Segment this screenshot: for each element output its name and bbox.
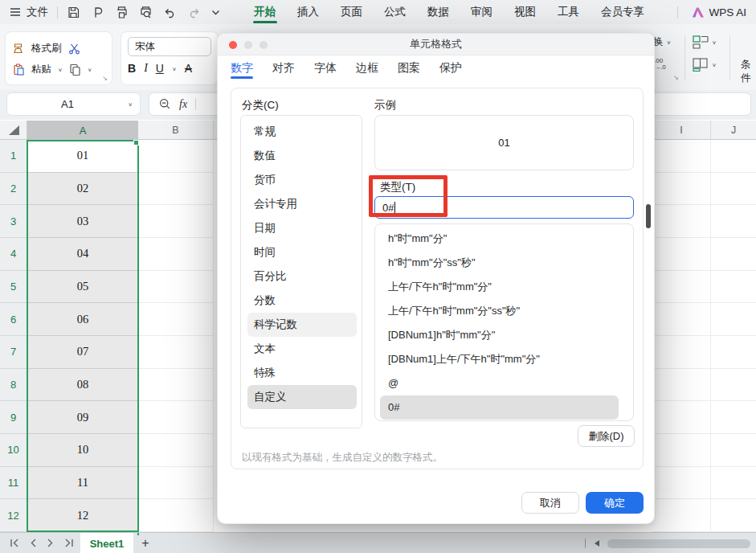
cell-column-b[interactable] <box>138 238 214 271</box>
dialog-tab[interactable]: 图案 <box>398 55 420 81</box>
cell-column-b[interactable] <box>138 303 214 336</box>
horizontal-scrollbar[interactable] <box>607 539 750 548</box>
row-header[interactable]: 11 <box>0 467 27 500</box>
category-item[interactable]: 分数 <box>247 289 357 313</box>
cut-icon[interactable] <box>68 43 80 55</box>
ok-button[interactable]: 确定 <box>586 492 644 514</box>
cell-column-b[interactable] <box>138 434 214 467</box>
row-header[interactable]: 7 <box>0 336 27 369</box>
cell-column-b[interactable] <box>138 499 214 532</box>
close-icon[interactable] <box>229 41 237 49</box>
dialog-tab[interactable]: 对齐 <box>272 55 295 81</box>
italic-button[interactable]: I <box>144 62 148 75</box>
scroll-left-icon[interactable] <box>595 540 599 547</box>
cell-column-b[interactable] <box>138 205 214 238</box>
sheet-tab-sheet1[interactable]: Sheet1 <box>80 533 133 553</box>
maximize-icon[interactable] <box>259 41 268 49</box>
format-item[interactable]: 上午/下午h"时"mm"分" <box>375 275 633 299</box>
select-all-corner[interactable] <box>0 121 27 140</box>
underline-button[interactable]: U <box>156 62 164 75</box>
merge-cells-button[interactable] <box>693 58 717 72</box>
last-sheet-icon[interactable] <box>63 539 74 547</box>
bold-button[interactable]: B <box>128 62 136 75</box>
decimal-adjust-button[interactable] <box>654 58 666 71</box>
cell-column-a[interactable]: 10 <box>27 434 138 467</box>
format-item[interactable]: 0# <box>380 395 619 420</box>
chevron-down-icon[interactable] <box>58 66 63 72</box>
cell-column-a[interactable]: 11 <box>27 467 138 500</box>
format-item[interactable]: h"时"mm"分"ss"秒" <box>375 251 633 275</box>
chevron-down-icon[interactable] <box>88 66 92 72</box>
cell-column-a[interactable]: 03 <box>27 205 138 238</box>
cell-column-a[interactable]: 01 <box>27 140 138 173</box>
category-item[interactable]: 特殊 <box>247 361 357 385</box>
menu-tab[interactable]: 审阅 <box>471 0 492 24</box>
cell-column-b[interactable] <box>138 401 214 434</box>
chevron-down-icon[interactable] <box>172 65 177 71</box>
cell-column-b[interactable] <box>138 271 214 304</box>
merge-center-button[interactable] <box>693 35 717 49</box>
format-item[interactable]: h"时"mm"分" <box>375 227 633 251</box>
print-icon[interactable] <box>115 6 129 19</box>
wps-ai-entry[interactable]: WPS AI <box>677 6 756 18</box>
cell-column-b[interactable] <box>138 467 214 500</box>
dialog-tab[interactable]: 保护 <box>439 55 462 81</box>
row-header[interactable]: 4 <box>0 238 27 271</box>
convert-button-truncated[interactable]: 换 <box>653 35 671 49</box>
export-pdf-icon[interactable] <box>91 6 104 19</box>
redo-icon[interactable] <box>187 6 201 18</box>
format-painter-button[interactable]: 格式刷 <box>31 42 62 55</box>
print-preview-icon[interactable] <box>139 6 153 19</box>
menu-tab[interactable]: 数据 <box>427 0 449 24</box>
delete-button[interactable]: 删除(D) <box>578 425 635 447</box>
column-header-j[interactable]: J <box>710 121 756 140</box>
dialog-tab[interactable]: 边框 <box>356 55 378 81</box>
menu-tab[interactable]: 公式 <box>384 0 406 24</box>
menu-tab[interactable]: 开始 <box>254 0 276 24</box>
previous-sheet-icon[interactable] <box>30 539 37 547</box>
cell-column-a[interactable]: 02 <box>27 173 138 206</box>
category-item[interactable]: 货币 <box>247 168 357 192</box>
zoom-out-icon[interactable] <box>159 98 171 110</box>
menu-tab[interactable]: 视图 <box>514 0 536 24</box>
row-header[interactable]: 3 <box>0 205 27 238</box>
save-icon[interactable] <box>67 6 80 19</box>
cell-column-b[interactable] <box>138 140 214 173</box>
menu-tab[interactable]: 插入 <box>297 0 319 24</box>
font-name-select[interactable]: 宋体 <box>128 37 211 56</box>
category-item[interactable]: 时间 <box>247 240 357 264</box>
chevron-down-icon[interactable] <box>128 101 133 107</box>
row-header[interactable]: 6 <box>0 303 27 336</box>
cell-column-b[interactable] <box>138 369 214 402</box>
row-header[interactable]: 8 <box>0 369 27 402</box>
menu-tab[interactable]: 工具 <box>558 0 579 24</box>
cell-column-a[interactable]: 08 <box>27 369 138 402</box>
fx-icon[interactable]: fx <box>179 98 187 111</box>
format-item[interactable]: 上午/下午h"时"mm"分"ss"秒" <box>375 299 633 323</box>
category-item[interactable]: 常规 <box>247 120 357 144</box>
paste-button[interactable]: 粘贴 <box>31 63 51 76</box>
name-box[interactable]: A1 <box>6 92 141 116</box>
category-item[interactable]: 科学记数 <box>247 313 357 337</box>
row-header[interactable]: 12 <box>0 499 27 532</box>
row-header[interactable]: 1 <box>0 140 27 173</box>
undo-icon[interactable] <box>163 6 177 18</box>
category-item[interactable]: 自定义 <box>247 385 357 409</box>
category-item[interactable]: 会计专用 <box>247 192 357 216</box>
category-item[interactable]: 日期 <box>247 216 357 240</box>
row-header[interactable]: 2 <box>0 173 27 206</box>
menu-tab[interactable]: 页面 <box>341 0 362 24</box>
cell-column-a[interactable]: 09 <box>27 401 138 434</box>
dialog-tab[interactable]: 字体 <box>314 55 337 81</box>
strikethrough-button[interactable]: A <box>185 62 192 75</box>
cell-column-a[interactable]: 04 <box>27 238 138 271</box>
format-item[interactable]: @ <box>375 371 633 395</box>
chevron-down-icon[interactable] <box>211 10 220 15</box>
minimize-icon[interactable] <box>244 41 252 49</box>
category-item[interactable]: 文本 <box>247 337 357 361</box>
cell-column-a[interactable]: 07 <box>27 336 138 369</box>
column-header-i[interactable]: I <box>652 121 710 140</box>
row-header[interactable]: 5 <box>0 271 27 304</box>
file-menu[interactable]: 文件 <box>27 5 48 19</box>
cell-column-a[interactable]: 06 <box>27 303 138 336</box>
